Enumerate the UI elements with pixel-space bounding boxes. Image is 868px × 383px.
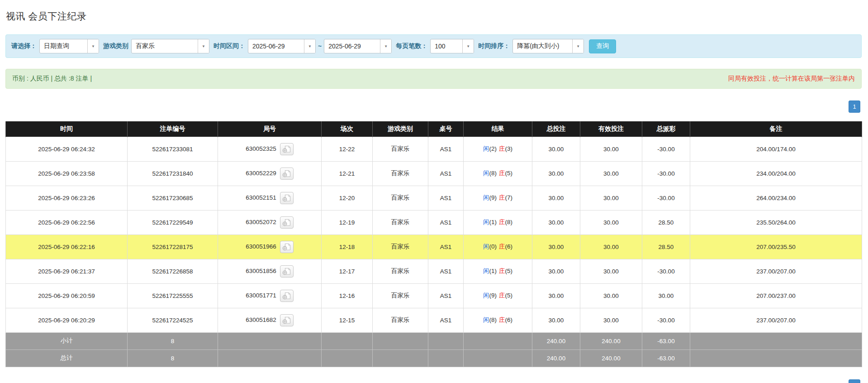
total-empty-cell <box>373 349 428 367</box>
cell-total-payout: 28.50 <box>642 235 690 259</box>
cell-table-no: AS1 <box>428 210 464 235</box>
cell-valid-bet: 30.00 <box>580 259 642 283</box>
subtotal-total-bet: 240.00 <box>532 332 580 349</box>
video-replay-button[interactable] <box>280 241 294 253</box>
video-replay-button[interactable] <box>280 314 294 326</box>
cell-time: 2025-06-29 06:20:59 <box>6 283 128 308</box>
cell-total-bet[interactable]: 30.00 <box>532 259 580 283</box>
video-replay-button[interactable] <box>280 290 294 302</box>
video-replay-button[interactable] <box>280 143 294 155</box>
total-empty-cell <box>322 349 373 367</box>
cell-total-payout: -30.00 <box>642 259 690 283</box>
pagination-page-1-button[interactable]: 1 <box>849 101 860 113</box>
cell-round-id: 630052151 <box>218 186 322 210</box>
cell-game-type: 百家乐 <box>373 210 428 235</box>
banker-result-score: (5) <box>505 292 513 299</box>
player-result-score: (8) <box>489 170 497 177</box>
cell-time: 2025-06-29 06:23:58 <box>6 161 128 186</box>
chevron-down-icon[interactable]: ▼ <box>462 39 474 53</box>
video-replay-button[interactable] <box>280 265 294 278</box>
cell-bet-id: 522617224525 <box>128 308 218 332</box>
player-result-label: 闲 <box>483 219 489 225</box>
cell-remark: 234.00/204.00 <box>690 161 862 186</box>
table-row[interactable]: 2025-06-29 06:21:37 522617226858 6300518… <box>6 259 862 283</box>
banker-result-label: 庄 <box>499 194 505 201</box>
video-file-icon <box>282 243 291 251</box>
cell-total-bet[interactable]: 30.00 <box>532 235 580 259</box>
cell-total-bet[interactable]: 30.00 <box>532 308 580 332</box>
table-row[interactable]: 2025-06-29 06:22:16 522617228175 6300519… <box>6 235 862 259</box>
cell-result: 闲(9)庄(7) <box>464 186 532 210</box>
chevron-down-icon[interactable]: ▼ <box>304 39 315 53</box>
cell-result: 闲(8)庄(6) <box>464 308 532 332</box>
cell-valid-bet: 30.00 <box>580 308 642 332</box>
sort-order-select[interactable]: 降冪(由大到小) ▼ <box>512 39 584 53</box>
cell-time: 2025-06-29 06:23:26 <box>6 186 128 210</box>
table-row[interactable]: 2025-06-29 06:23:58 522617231840 6300522… <box>6 161 862 186</box>
cell-remark: 264.00/234.00 <box>690 186 862 210</box>
game-type-value: 百家乐 <box>132 39 198 53</box>
date-from-select[interactable]: 2025-06-29 ▼ <box>248 39 316 53</box>
cell-total-bet[interactable]: 30.00 <box>532 186 580 210</box>
cell-remark: 207.00/237.00 <box>690 283 862 308</box>
cell-game-type: 百家乐 <box>373 186 428 210</box>
cell-round-id: 630051682 <box>218 308 322 332</box>
subtotal-empty-cell <box>373 332 428 349</box>
page-size-value: 100 <box>431 39 462 53</box>
table-row[interactable]: 2025-06-29 06:20:59 522617225555 6300517… <box>6 283 862 308</box>
cell-table-no: AS1 <box>428 283 464 308</box>
cell-remark: 235.50/264.00 <box>690 210 862 235</box>
chevron-down-icon[interactable]: ▼ <box>198 39 209 53</box>
cell-total-payout: 28.50 <box>642 210 690 235</box>
betting-records-page: { "page": { "title": "视讯 会员下注纪录" }, "fil… <box>0 0 868 383</box>
chevron-down-icon[interactable]: ▼ <box>572 39 583 53</box>
column-header: 结果 <box>464 121 532 137</box>
cell-result: 闲(9)庄(5) <box>464 283 532 308</box>
cell-total-payout: 30.00 <box>642 283 690 308</box>
total-empty-cell <box>464 349 532 367</box>
cell-result: 闲(0)庄(6) <box>464 235 532 259</box>
table-header-row: 时间注单编号局号场次游戏类别桌号结果总投注有效投注总派彩备注 <box>6 121 862 137</box>
cell-total-bet[interactable]: 30.00 <box>532 137 580 161</box>
video-replay-button[interactable] <box>280 192 294 204</box>
banker-result-label: 庄 <box>499 243 505 250</box>
total-empty-cell <box>428 349 464 367</box>
chevron-down-icon[interactable]: ▼ <box>87 39 99 53</box>
query-type-select[interactable]: 日期查询 ▼ <box>39 39 99 53</box>
pagination-page-1-button[interactable]: 1 <box>849 379 860 383</box>
cell-table-no: AS1 <box>428 137 464 161</box>
chevron-down-icon[interactable]: ▼ <box>380 39 391 53</box>
video-replay-button[interactable] <box>280 216 294 229</box>
total-label: 总计 <box>6 349 128 367</box>
cell-game-type: 百家乐 <box>373 161 428 186</box>
cell-round-id: 630051856 <box>218 259 322 283</box>
table-row[interactable]: 2025-06-29 06:24:32 522617233081 6300523… <box>6 137 862 161</box>
subtotal-payout: -63.00 <box>642 332 690 349</box>
column-header: 有效投注 <box>580 121 642 137</box>
cell-valid-bet: 30.00 <box>580 283 642 308</box>
video-replay-button[interactable] <box>280 168 294 180</box>
cell-total-bet[interactable]: 30.00 <box>532 210 580 235</box>
cell-bet-id: 522617225555 <box>128 283 218 308</box>
player-result-score: (0) <box>489 243 497 250</box>
page-size-select[interactable]: 100 ▼ <box>430 39 474 53</box>
table-row[interactable]: 2025-06-29 06:22:56 522617229549 6300520… <box>6 210 862 235</box>
player-result-score: (9) <box>489 194 497 201</box>
video-file-icon <box>282 219 291 226</box>
table-row[interactable]: 2025-06-29 06:20:29 522617224525 6300516… <box>6 308 862 332</box>
search-button[interactable]: 查询 <box>589 39 616 53</box>
subtotal-valid-bet: 240.00 <box>580 332 642 349</box>
game-type-select[interactable]: 百家乐 ▼ <box>131 39 209 53</box>
cell-table-no: AS1 <box>428 186 464 210</box>
cell-total-bet[interactable]: 30.00 <box>532 161 580 186</box>
banker-result-score: (8) <box>505 219 513 225</box>
total-empty-cell <box>218 349 322 367</box>
cell-round-id: 630052072 <box>218 210 322 235</box>
date-to-select[interactable]: 2025-06-29 ▼ <box>324 39 392 53</box>
table-row[interactable]: 2025-06-29 06:23:26 522617230685 6300521… <box>6 186 862 210</box>
cell-result: 闲(1)庄(5) <box>464 259 532 283</box>
player-result-score: (1) <box>489 268 497 274</box>
cell-total-bet[interactable]: 30.00 <box>532 283 580 308</box>
banker-result-label: 庄 <box>499 170 505 177</box>
round-id-text: 630052325 <box>246 145 276 152</box>
